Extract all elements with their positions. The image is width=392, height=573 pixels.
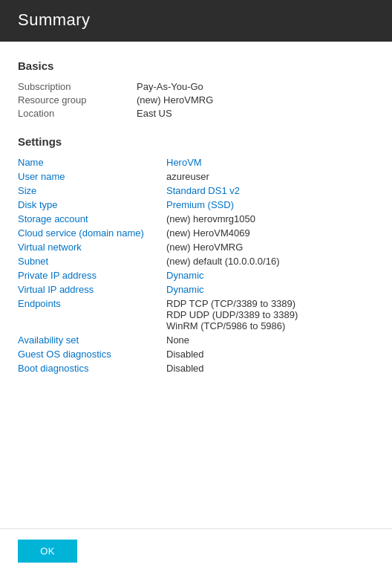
basics-section-title: Basics: [18, 59, 374, 72]
settings-value-endpoints: RDP TCP (TCP/3389 to 3389) RDP UDP (UDP/…: [166, 298, 298, 331]
settings-section-title: Settings: [18, 135, 374, 148]
settings-value-guest-diagnostics: Disabled: [166, 349, 204, 360]
settings-section: Settings Name HeroVM User name azureuser…: [18, 135, 374, 374]
settings-value-cloud-service: (new) HeroVM4069: [166, 227, 250, 239]
settings-label-subnet: Subnet: [18, 256, 166, 267]
basics-value-resource-group: (new) HeroVMRG: [137, 94, 213, 106]
settings-label-endpoints: Endpoints: [18, 298, 166, 309]
settings-row-private-ip: Private IP address Dynamic: [18, 270, 374, 281]
settings-value-disk-type: Premium (SSD): [166, 199, 234, 210]
basics-row-resource-group: Resource group (new) HeroVMRG: [18, 94, 374, 106]
settings-value-boot-diagnostics: Disabled: [166, 363, 204, 374]
settings-row-availability-set: Availability set None: [18, 334, 374, 346]
settings-label-cloud-service: Cloud service (domain name): [18, 227, 166, 239]
settings-label-availability-set: Availability set: [18, 334, 166, 346]
settings-value-name: HeroVM: [166, 157, 202, 168]
settings-value-virtual-network: (new) HeroVMRG: [166, 242, 243, 253]
endpoint-rdp-tcp: RDP TCP (TCP/3389 to 3389): [166, 298, 298, 309]
settings-value-private-ip: Dynamic: [166, 270, 204, 281]
settings-row-virtual-network: Virtual network (new) HeroVMRG: [18, 242, 374, 253]
settings-label-disk-type: Disk type: [18, 199, 166, 210]
settings-row-cloud-service: Cloud service (domain name) (new) HeroVM…: [18, 227, 374, 239]
settings-row-name: Name HeroVM: [18, 157, 374, 168]
settings-row-boot-diagnostics: Boot diagnostics Disabled: [18, 363, 374, 374]
settings-label-virtual-ip: Virtual IP address: [18, 284, 166, 295]
settings-value-storage-account: (new) herovmrg1050: [166, 213, 255, 224]
endpoint-rdp-udp: RDP UDP (UDP/3389 to 3389): [166, 309, 298, 320]
settings-label-storage-account: Storage account: [18, 213, 166, 224]
basics-section: Basics Subscription Pay-As-You-Go Resour…: [18, 59, 374, 119]
settings-label-username: User name: [18, 171, 166, 182]
settings-label-boot-diagnostics: Boot diagnostics: [18, 363, 166, 374]
settings-value-subnet: (new) default (10.0.0.0/16): [166, 256, 279, 267]
settings-row-disk-type: Disk type Premium (SSD): [18, 199, 374, 210]
settings-row-storage-account: Storage account (new) herovmrg1050: [18, 213, 374, 224]
settings-value-username: azureuser: [166, 171, 209, 182]
settings-row-subnet: Subnet (new) default (10.0.0.0/16): [18, 256, 374, 267]
basics-row-location: Location East US: [18, 108, 374, 119]
settings-label-private-ip: Private IP address: [18, 270, 166, 281]
basics-label-resource-group: Resource group: [18, 94, 137, 106]
basics-value-subscription: Pay-As-You-Go: [137, 81, 203, 92]
settings-row-size: Size Standard DS1 v2: [18, 185, 374, 196]
settings-row-username: User name azureuser: [18, 171, 374, 182]
page-title: Summary: [18, 10, 91, 29]
ok-button[interactable]: OK: [18, 540, 77, 563]
basics-label-location: Location: [18, 108, 137, 119]
settings-row-guest-diagnostics: Guest OS diagnostics Disabled: [18, 349, 374, 360]
settings-value-availability-set: None: [166, 334, 189, 346]
basics-row-subscription: Subscription Pay-As-You-Go: [18, 81, 374, 92]
content-area: Basics Subscription Pay-As-You-Go Resour…: [0, 42, 392, 528]
basics-value-location: East US: [137, 108, 172, 119]
settings-label-size: Size: [18, 185, 166, 196]
settings-row-endpoints: Endpoints RDP TCP (TCP/3389 to 3389) RDP…: [18, 298, 374, 331]
settings-value-size: Standard DS1 v2: [166, 185, 240, 196]
settings-value-virtual-ip: Dynamic: [166, 284, 204, 295]
settings-label-virtual-network: Virtual network: [18, 242, 166, 253]
settings-row-virtual-ip: Virtual IP address Dynamic: [18, 284, 374, 295]
settings-label-guest-diagnostics: Guest OS diagnostics: [18, 349, 166, 360]
page-footer: OK: [0, 528, 392, 573]
settings-label-name: Name: [18, 157, 166, 168]
basics-label-subscription: Subscription: [18, 81, 137, 92]
page-header: Summary: [0, 0, 392, 42]
endpoint-winrm: WinRM (TCP/5986 to 5986): [166, 320, 298, 331]
